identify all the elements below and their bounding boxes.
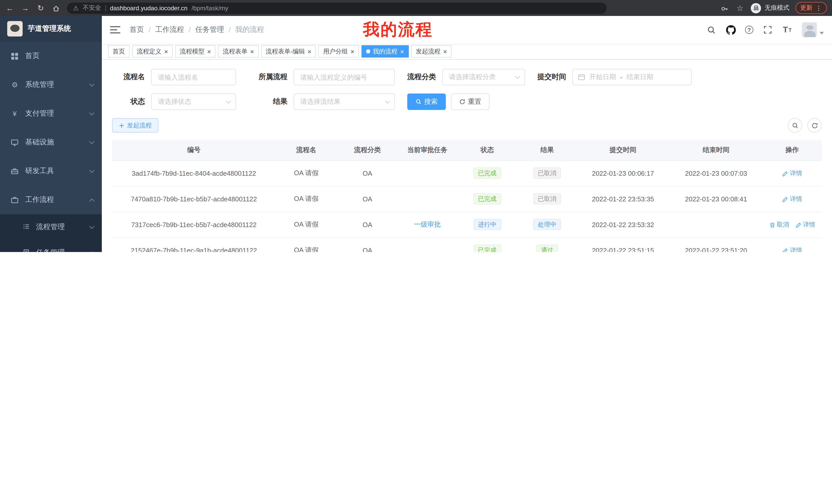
close-icon[interactable]: ×: [164, 48, 168, 55]
cell-process-name: OA 请假: [276, 186, 337, 212]
status-tag: 已完成: [473, 167, 501, 179]
help-icon[interactable]: [745, 26, 753, 34]
submit-time-label: 提交时间: [537, 73, 566, 82]
cell-current-task: [398, 186, 457, 212]
reload-button[interactable]: ↻: [36, 3, 45, 12]
sidebar-item-infrastructure[interactable]: 基础设施: [0, 128, 102, 157]
gear-icon: ⚙: [10, 81, 19, 89]
breadcrumb: 首页 / 工作流程 / 任务管理 / 我的流程: [130, 25, 264, 34]
fullscreen-icon[interactable]: [762, 25, 773, 35]
cell-id: 7317cec6-7b9b-11ec-b5b7-acde48001122: [112, 212, 276, 237]
sidebar-item-process-management[interactable]: 流程管理: [0, 214, 102, 240]
chevron-up-icon: [89, 251, 94, 252]
search-button[interactable]: 搜索: [407, 93, 446, 110]
detail-link[interactable]: 详情: [782, 194, 802, 203]
tab-7[interactable]: 发起流程×: [411, 45, 451, 58]
close-icon[interactable]: ×: [350, 48, 354, 55]
result-tag: 处理中: [533, 219, 561, 230]
sidebar-item-devtools[interactable]: 研发工具: [0, 157, 102, 186]
result-tag: 已取消: [533, 167, 561, 179]
close-icon[interactable]: ×: [207, 48, 211, 55]
cell-actions: 详情: [762, 237, 822, 252]
close-icon[interactable]: ×: [308, 48, 311, 55]
cell-result: 已取消: [518, 186, 576, 212]
back-button[interactable]: ←: [5, 4, 15, 12]
key-icon[interactable]: [720, 4, 729, 12]
breadcrumb-task-mgmt[interactable]: 任务管理: [196, 25, 224, 34]
category-select[interactable]: 请选择流程分类: [442, 69, 525, 85]
cell-category: OA: [337, 160, 398, 186]
cell-current-task: [398, 160, 457, 186]
close-icon[interactable]: ×: [443, 48, 447, 55]
tab-label: 流程表单: [223, 47, 247, 56]
cell-id: 3ad174fb-7b9d-11ec-8404-acde48001122: [112, 160, 276, 186]
url-path: /bpm/task/my: [191, 4, 228, 11]
table-header-row: 编号流程名流程分类当前审批任务状态结果提交时间结束时间操作: [112, 140, 822, 160]
forward-button[interactable]: →: [21, 4, 30, 12]
status-label: 状态: [112, 97, 145, 106]
detail-link[interactable]: 详情: [782, 246, 802, 252]
edit-icon: [795, 221, 801, 228]
security-label: 不安全: [83, 4, 101, 12]
start-process-button[interactable]: 发起流程: [112, 118, 158, 133]
user-menu[interactable]: [802, 22, 824, 37]
submit-time-range-picker[interactable]: 开始日期 - 结束日期: [572, 69, 692, 85]
avatar[interactable]: [802, 22, 817, 37]
tab-4[interactable]: 流程表单-编辑×: [261, 45, 316, 58]
cell-category: OA: [337, 237, 398, 252]
process-name-input[interactable]: [151, 69, 236, 85]
tab-1[interactable]: 流程定义×: [132, 45, 173, 58]
font-size-icon[interactable]: [782, 25, 792, 35]
app-logo[interactable]: 芋道管理系统: [0, 16, 102, 41]
cancel-link[interactable]: 取消: [769, 220, 789, 229]
close-icon[interactable]: ×: [400, 48, 404, 55]
sidebar-item-payment[interactable]: ¥ 支付管理: [0, 99, 102, 128]
cell-actions: 详情: [762, 186, 822, 212]
refresh-table-icon[interactable]: [807, 118, 822, 133]
tab-6[interactable]: 我的流程×: [362, 45, 409, 58]
breadcrumb-workflow[interactable]: 工作流程: [155, 25, 184, 34]
home-button[interactable]: [51, 4, 61, 12]
cell-process-name: OA 请假: [276, 237, 337, 252]
cell-current-task[interactable]: 一级审批: [398, 212, 457, 237]
browser-update-button[interactable]: 更新 ⋮: [796, 2, 827, 14]
tab-2[interactable]: 流程模型×: [175, 45, 215, 58]
sidebar-item-system[interactable]: ⚙ 系统管理: [0, 71, 102, 99]
toggle-search-icon[interactable]: [788, 118, 802, 133]
tab-5[interactable]: 用户分组×: [318, 45, 359, 58]
owner-process-input[interactable]: [294, 69, 395, 85]
cell-status: 已完成: [457, 237, 518, 252]
reset-button[interactable]: 重置: [451, 93, 490, 110]
github-icon[interactable]: [726, 25, 736, 35]
monitor-icon: [10, 138, 19, 146]
result-select[interactable]: 请选择流结果: [294, 93, 395, 110]
warning-icon: ⚠: [73, 4, 79, 11]
browser-menu-icon[interactable]: ⋮: [815, 4, 822, 11]
hamburger-icon[interactable]: [110, 25, 120, 35]
breadcrumb-home[interactable]: 首页: [130, 25, 144, 34]
sidebar-item-workflow[interactable]: 工作流程: [0, 186, 102, 214]
detail-link[interactable]: 详情: [795, 220, 815, 229]
chevron-down-icon: [89, 110, 94, 115]
briefcase-icon: [10, 196, 19, 204]
status-select[interactable]: 请选择状态: [151, 93, 236, 110]
current-task-link[interactable]: 一级审批: [414, 220, 441, 228]
tags-view: 首页流程定义×流程模型×流程表单×流程表单-编辑×用户分组×我的流程×发起流程×: [102, 44, 832, 60]
close-icon[interactable]: ×: [250, 48, 254, 55]
detail-link[interactable]: 详情: [782, 169, 802, 177]
sidebar-item-task-management[interactable]: 任务管理: [0, 240, 102, 252]
cell-end-time: 2022-01-23 00:08:41: [670, 186, 762, 212]
sidebar-item-home[interactable]: 首页: [0, 41, 102, 71]
bookmark-star-icon[interactable]: ☆: [735, 3, 745, 12]
tab-3[interactable]: 流程表单×: [218, 45, 258, 58]
address-bar[interactable]: ⚠ 不安全 dashboard.yudao.iocoder.cn/bpm/tas…: [67, 2, 607, 13]
tab-0[interactable]: 首页: [108, 45, 130, 58]
refresh-icon: [459, 99, 465, 105]
cell-category: OA: [337, 186, 398, 212]
chevron-down-icon: [385, 98, 390, 103]
cell-result: 已取消: [518, 160, 576, 186]
cell-submit-time: 2022-01-22 23:53:32: [576, 212, 670, 237]
search-icon[interactable]: [706, 25, 716, 35]
edit-icon: [782, 195, 788, 202]
chevron-down-icon: [89, 168, 94, 173]
